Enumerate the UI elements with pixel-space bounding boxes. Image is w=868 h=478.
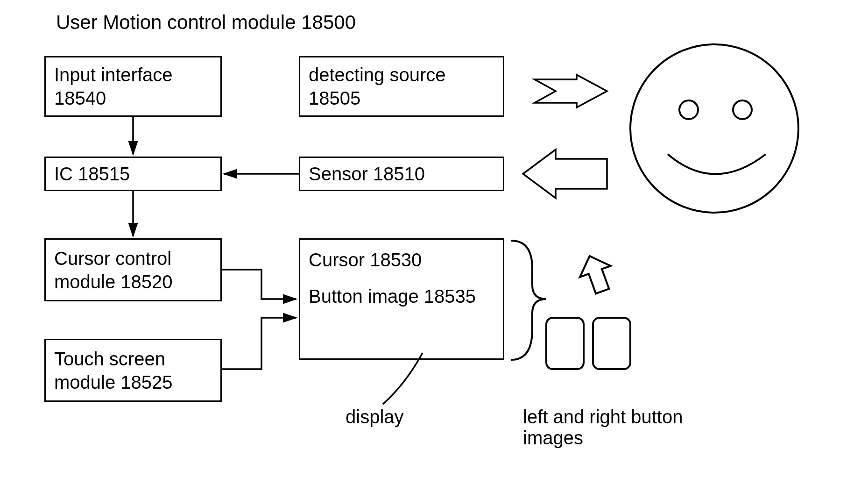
right-button-image-icon [593,318,630,369]
box-button-image-label: Button image 18535 [309,285,494,308]
svg-point-0 [630,44,798,213]
box-input-interface: Input interface 18540 [44,56,222,117]
curly-brace [511,241,546,360]
box-ic-label: IC 18515 [54,162,212,185]
left-button-image-icon [546,318,584,369]
smiley-face-icon [630,44,798,213]
box-touch-screen-module-label: Touch screen module 18525 [54,347,212,394]
arrow-cursor-control-to-display [222,270,296,299]
cursor-arrow-icon [574,250,618,297]
box-cursor-button: Cursor 18530 Button image 18535 [299,238,504,360]
label-display: display [346,407,404,428]
svg-point-1 [679,100,698,119]
diagram-title: User Motion control module 18500 [56,11,356,34]
open-arrow-right [535,75,607,107]
box-detecting-source: detecting source 18505 [299,56,504,117]
box-input-interface-label: Input interface 18540 [54,63,212,110]
box-detecting-source-label: detecting source 18505 [309,63,494,110]
box-sensor-label: Sensor 18510 [309,162,494,185]
arrow-touch-screen-to-display [222,318,296,369]
diagram-canvas: User Motion control module 18500 Input i… [0,0,868,478]
box-ic: IC 18515 [44,157,222,191]
box-cursor-control-module-label: Cursor control module 18520 [54,247,212,293]
label-left-right-buttons: left and right button images [523,407,683,449]
box-sensor: Sensor 18510 [299,157,504,191]
box-cursor-label: Cursor 18530 [309,248,494,271]
open-arrow-left [523,150,607,198]
leader-line-display [383,353,423,404]
svg-point-2 [733,100,752,119]
box-touch-screen-module: Touch screen module 18525 [44,339,222,402]
box-cursor-control-module: Cursor control module 18520 [44,238,222,301]
